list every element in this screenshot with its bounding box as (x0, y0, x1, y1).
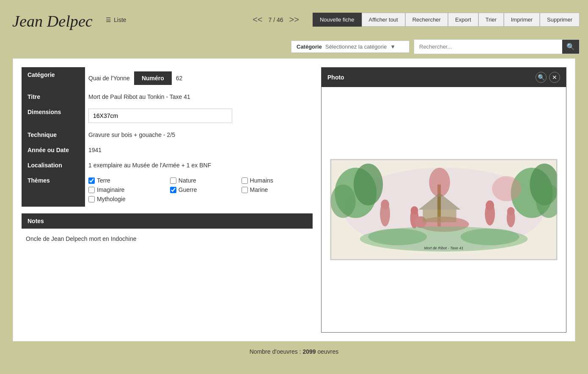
svg-point-5 (330, 185, 356, 218)
dimensions-input[interactable] (88, 109, 232, 123)
svg-point-10 (429, 168, 450, 197)
themes-label: Thèmes (22, 173, 85, 207)
svg-text:Jean Delpech: Jean Delpech (12, 12, 93, 30)
next-all-button[interactable]: >> (289, 15, 300, 25)
svg-point-18 (486, 200, 494, 210)
theme-mythologie[interactable]: Mythologie (88, 196, 162, 202)
left-panel: Catégorie Quai de l'Yonne Numéro 62 Titr… (22, 67, 313, 333)
footer-prefix: Nombre d'oeuvres : (250, 348, 303, 355)
svg-point-22 (368, 229, 427, 246)
technique-value: Gravure sur bois + gouache - 2/5 (85, 127, 313, 142)
theme-marine[interactable]: Marine (242, 186, 309, 193)
svg-rect-25 (423, 210, 456, 222)
dimensions-row: Dimensions (22, 104, 313, 127)
dimensions-label: Dimensions (22, 104, 85, 127)
category-label: Catégorie (297, 44, 322, 50)
footer: Nombre d'oeuvres : 2099 oeuvres (0, 341, 588, 362)
photo-actions: 🔍 ✕ (536, 72, 560, 83)
trier-button[interactable]: Trier (478, 13, 504, 27)
numero-value: 62 (176, 75, 183, 82)
nav-area: << 7 / 46 >> Nouvelle fiche Afficher tou… (252, 13, 580, 27)
photo-body: Mort de Ribot - Taxe 41 (321, 87, 566, 332)
notes-body: Oncle de Jean Delpech mort en Indochine (22, 229, 313, 249)
categorie-label: Catégorie (22, 67, 85, 89)
right-panel: Photo 🔍 ✕ (321, 67, 566, 333)
theme-marine-checkbox[interactable] (242, 187, 248, 193)
notes-section: Notes Oncle de Jean Delpech mort en Indo… (22, 213, 313, 249)
photo-header: Photo 🔍 ✕ (321, 68, 566, 87)
localisation-label: Localisation (22, 158, 85, 173)
prev-all-button[interactable]: << (252, 15, 263, 25)
page-indicator: 7 / 46 (266, 16, 286, 23)
themes-checkboxes: Terre Nature Humains Imaginaire (88, 177, 309, 202)
categorie-row: Catégorie Quai de l'Yonne Numéro 62 (22, 67, 313, 89)
svg-text:Mort de Ribot - Taxe 41: Mort de Ribot - Taxe 41 (424, 246, 464, 250)
theme-humains[interactable]: Humains (242, 177, 309, 184)
categorie-text: Quai de l'Yonne (88, 75, 130, 82)
imprimer-button[interactable]: Imprimer (504, 13, 540, 27)
technique-label: Technique (22, 127, 85, 142)
annee-row: Année ou Date 1941 (22, 142, 313, 158)
svg-point-23 (461, 229, 519, 246)
liste-button[interactable]: ☰ Liste (106, 16, 126, 23)
category-select[interactable]: Catégorie Sélectionnez la catégorie ▼ (291, 41, 409, 53)
photo-zoom-button[interactable]: 🔍 (536, 72, 547, 83)
action-buttons: Nouvelle fiche Afficher tout Rechercher … (313, 13, 580, 27)
logo: Jean Delpech (8, 4, 93, 35)
theme-nature-checkbox[interactable] (170, 177, 176, 184)
theme-humains-checkbox[interactable] (242, 177, 248, 184)
titre-label: Titre (22, 89, 85, 104)
search-input[interactable] (414, 41, 562, 52)
annee-label: Année ou Date (22, 142, 85, 158)
artwork-image: Mort de Ribot - Taxe 41 (330, 159, 558, 260)
category-dropdown-icon: ▼ (390, 44, 396, 50)
theme-imaginaire-checkbox[interactable] (88, 187, 95, 193)
nouvelle-fiche-button[interactable]: Nouvelle fiche (313, 13, 362, 27)
svg-point-12 (381, 199, 389, 210)
svg-point-20 (507, 207, 515, 216)
theme-mythologie-checkbox[interactable] (88, 196, 95, 202)
footer-count: 2099 (302, 348, 316, 355)
hamburger-icon: ☰ (106, 16, 111, 23)
svg-point-14 (411, 206, 418, 215)
photo-close-button[interactable]: ✕ (549, 72, 560, 83)
theme-nature[interactable]: Nature (170, 177, 233, 184)
titre-value: Mort de Paul Ribot au Tonkin - Taxe 41 (85, 89, 313, 104)
fields-table: Catégorie Quai de l'Yonne Numéro 62 Titr… (22, 67, 313, 207)
notes-header: Notes (22, 213, 313, 229)
annee-value: 1941 (85, 142, 313, 158)
afficher-tout-button[interactable]: Afficher tout (362, 13, 405, 27)
category-placeholder: Sélectionnez la catégorie (325, 44, 387, 50)
themes-row: Thèmes Terre Nature Humains (22, 173, 313, 207)
localisation-value: 1 exemplaire au Musée de l'Armée + 1 ex … (85, 158, 313, 173)
technique-row: Technique Gravure sur bois + gouache - 2… (22, 127, 313, 142)
dimensions-value (85, 104, 313, 127)
export-button[interactable]: Export (448, 13, 478, 27)
svg-point-4 (354, 164, 383, 205)
titre-row: Titre Mort de Paul Ribot au Tonkin - Tax… (22, 89, 313, 104)
theme-terre-checkbox[interactable] (88, 177, 95, 184)
search-bar: Catégorie Sélectionnez la catégorie ▼ 🔍 (0, 39, 588, 58)
theme-imaginaire[interactable]: Imaginaire (88, 186, 162, 193)
liste-label: Liste (114, 16, 126, 23)
theme-guerre-checkbox[interactable] (170, 187, 176, 193)
rechercher-button[interactable]: Rechercher (405, 13, 448, 27)
svg-point-26 (492, 176, 521, 202)
header: Jean Delpech ☰ Liste << 7 / 46 >> Nouvel… (0, 0, 588, 39)
categorie-value: Quai de l'Yonne Numéro 62 (85, 67, 313, 89)
theme-guerre[interactable]: Guerre (170, 186, 233, 193)
nav-arrows: << 7 / 46 >> (252, 15, 300, 25)
supprimer-button[interactable]: Supprimer (540, 13, 580, 27)
search-button[interactable]: 🔍 (562, 40, 579, 54)
main-card: Catégorie Quai de l'Yonne Numéro 62 Titr… (13, 58, 575, 341)
themes-value: Terre Nature Humains Imaginaire (85, 173, 313, 207)
theme-terre[interactable]: Terre (88, 177, 162, 184)
footer-suffix: oeuvres (316, 348, 339, 355)
photo-label: Photo (327, 74, 344, 81)
localisation-row: Localisation 1 exemplaire au Musée de l'… (22, 158, 313, 173)
search-input-wrap: 🔍 (414, 39, 580, 54)
numero-button[interactable]: Numéro (134, 71, 172, 85)
